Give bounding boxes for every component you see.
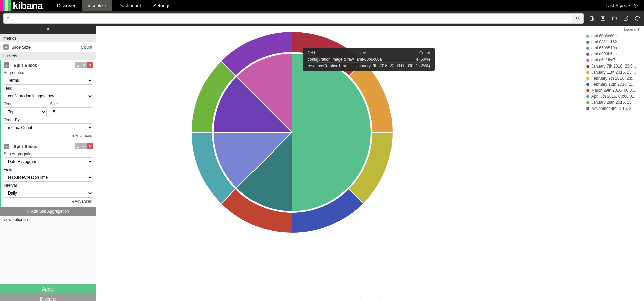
legend-label: ami-6598510b — [591, 45, 617, 51]
legend-swatch — [586, 77, 589, 80]
legend-swatch — [586, 35, 589, 38]
legend-item[interactable]: January 11th 2016, 23:... — [586, 69, 640, 75]
bucket1-remove[interactable]: ✕ — [87, 62, 93, 68]
legend-swatch — [586, 59, 589, 62]
legend-swatch — [586, 41, 589, 44]
bucket1-move-down[interactable]: ▾ — [81, 62, 87, 68]
side-panel: * metrics ▸ Slice Size Count buckets ▾ S… — [0, 26, 96, 301]
svg-point-1 — [576, 17, 579, 19]
legend-item[interactable]: ami-a093b5ca — [586, 51, 640, 57]
nav-dashboard[interactable]: Dashboard — [112, 0, 147, 11]
legend-item[interactable]: November 4th 2015, 2... — [586, 105, 640, 112]
tooltip-r1-count: 4 (50%) — [415, 56, 431, 63]
legend-item[interactable]: ami-6598510b — [586, 45, 640, 51]
legend-label: January 11th 2016, 23:... — [591, 69, 636, 75]
collapse-spy-tab[interactable] — [360, 299, 380, 301]
legend-label: February 9th 2016, 23:... — [591, 75, 635, 81]
bucket1-agg-label: Aggregation — [4, 70, 93, 75]
time-picker-label: Last 5 years — [606, 3, 631, 8]
logo-stripes — [0, 0, 11, 11]
discard-button[interactable]: Discard — [0, 294, 96, 301]
bucket2-field-label: Field — [4, 167, 93, 172]
logo-text: kibana — [13, 0, 43, 11]
legend-item[interactable]: February 12th 2016, 2... — [586, 81, 640, 87]
open-button[interactable] — [611, 15, 618, 22]
caret-down-icon[interactable]: ▾ — [4, 144, 9, 149]
legend-item[interactable]: January 7th 2016, 23:0... — [586, 63, 640, 69]
legend-label: November 4th 2015, 2... — [591, 105, 635, 112]
nav-settings[interactable]: Settings — [147, 0, 177, 11]
workspace: * metrics ▸ Slice Size Count buckets ▾ S… — [0, 26, 644, 301]
legend-swatch — [586, 65, 589, 68]
legend-label: ami-60b6c60a — [591, 33, 617, 39]
apply-button[interactable]: Apply — [0, 284, 96, 294]
search-button[interactable] — [572, 13, 584, 24]
bucket1-agg-select[interactable]: Terms — [4, 76, 93, 85]
bucket2-remove[interactable]: ✕ — [87, 143, 93, 149]
bucket2-interval-select[interactable]: Daily — [4, 189, 93, 198]
bucket2-move-down[interactable]: ▾ — [81, 143, 87, 149]
legend-swatch — [586, 53, 589, 56]
share-button[interactable] — [623, 15, 629, 22]
bucket2-interval-label: Interval — [4, 183, 93, 188]
legend-item[interactable]: February 9th 2016, 23:... — [586, 75, 640, 81]
legend-item[interactable]: ami-60b6c60a — [586, 33, 640, 39]
refresh-button[interactable] — [634, 15, 641, 22]
add-sub-aggregation[interactable]: ⇅ Add Sub Aggregation — [0, 207, 96, 216]
save-button[interactable] — [600, 15, 606, 22]
bucket1-size-label: Size — [50, 102, 93, 106]
top-nav: kibana Discover Visualize Dashboard Sett… — [0, 0, 644, 11]
new-vis-button[interactable] — [588, 15, 595, 22]
legend-label: February 12th 2016, 2... — [591, 81, 634, 87]
nav-discover[interactable]: Discover — [51, 0, 81, 11]
section-metrics: metrics — [0, 34, 96, 42]
bucket2-subagg-select[interactable]: Date Histogram — [4, 157, 93, 166]
legend-swatch — [586, 71, 589, 74]
bucket1-advanced-toggle[interactable]: ◂ Advanced — [4, 132, 93, 139]
vis-title-tab[interactable]: * — [0, 26, 96, 34]
bucket1-orderby-select[interactable]: metric: Count — [4, 123, 93, 132]
legend-item[interactable]: ami-a6cfdbc7 — [586, 57, 640, 63]
legend-item[interactable]: ami-08111162 — [586, 39, 640, 45]
legend: ami-60b6c60aami-08111162ami-6598510bami-… — [586, 33, 640, 112]
bucket2-advanced-toggle[interactable]: ◂ Advanced — [4, 198, 93, 205]
legend-item[interactable]: April 6th 2016, 00:00:0... — [586, 93, 640, 99]
legend-swatch — [586, 101, 589, 104]
legend-label: January 7th 2016, 23:0... — [591, 63, 636, 69]
refresh-icon — [635, 16, 640, 21]
metric-slice-size[interactable]: ▸ Slice Size Count — [0, 42, 96, 52]
search-toolbar — [0, 11, 644, 26]
tooltip-r2-field: resourceCreationTime — [306, 63, 355, 69]
bucket1-move-up[interactable]: ▴ — [75, 62, 81, 68]
search-input[interactable] — [3, 13, 572, 24]
legend-item[interactable]: January 28th 2016, 23... — [586, 99, 640, 105]
legend-label: April 6th 2016, 00:00:0... — [591, 93, 635, 99]
tooltip-r2-count: 1 (25%) — [415, 63, 431, 69]
legend-item[interactable]: March 29th 2016, 00:0... — [586, 87, 640, 93]
legend-toggle[interactable]: Legend ◐ — [624, 27, 641, 32]
view-options-toggle[interactable]: view options ▸ — [0, 216, 96, 224]
caret-right-icon: ▸ — [3, 44, 9, 50]
caret-down-icon[interactable]: ▾ — [4, 62, 9, 68]
time-picker[interactable]: Last 5 years — [606, 3, 638, 8]
legend-label: March 29th 2016, 00:0... — [591, 87, 635, 93]
metric-slice-size-value: Count — [81, 45, 92, 50]
search-icon — [576, 16, 580, 21]
clock-icon — [633, 3, 638, 8]
tooltip-h-count: Count — [415, 50, 431, 56]
bucket1-field-select[interactable]: configuration.imageId.raw — [4, 92, 93, 100]
bucket1-order-select[interactable]: Top — [4, 108, 47, 116]
tooltip-r1-field: configuration.imageId.raw — [306, 56, 355, 63]
legend-label: January 28th 2016, 23... — [591, 99, 635, 105]
tooltip-r1-value: ami-60b6c60a — [355, 56, 414, 63]
bucket1-field-label: Field — [4, 86, 93, 91]
chart-tooltip: field value Count configuration.imageId.… — [303, 48, 435, 71]
bucket2-title: Split Slices — [14, 144, 37, 149]
bucket1-size-input[interactable] — [50, 108, 93, 116]
bucket2-subagg-label: Sub Aggregation — [4, 152, 93, 156]
nav-visualize[interactable]: Visualize — [82, 0, 112, 11]
tooltip-h-field: field — [306, 50, 355, 56]
legend-label: ami-08111162 — [591, 39, 617, 45]
bucket2-move-up[interactable]: ▴ — [75, 143, 81, 149]
bucket2-field-select[interactable]: resourceCreationTime — [4, 173, 93, 182]
